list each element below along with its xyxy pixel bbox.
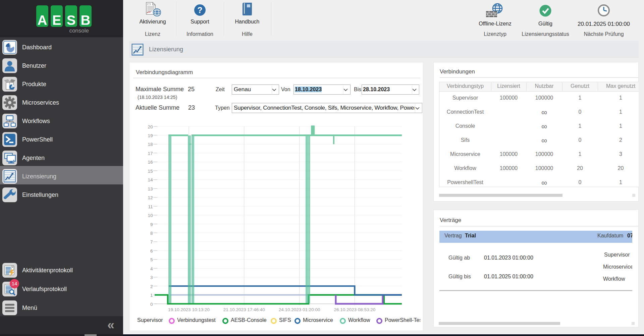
svg-text:19.10.2023 10:13:20: 19.10.2023 10:13:20 [168,307,210,312]
svg-text:26.10.2023 08:53:20: 26.10.2023 08:53:20 [334,307,375,312]
svg-text:13: 13 [148,186,153,191]
svg-text:3: 3 [150,275,153,280]
svg-text:19: 19 [148,133,153,138]
svg-text:4: 4 [150,266,153,271]
svg-text:12: 12 [148,195,153,200]
svg-text:8: 8 [150,231,153,236]
svg-text:17: 17 [148,151,153,156]
svg-text:2: 2 [150,284,153,289]
svg-text:?: ? [197,5,202,15]
svg-text:7: 7 [150,239,153,244]
svg-text:11: 11 [148,204,153,209]
svg-text:18: 18 [148,142,153,147]
svg-text:15: 15 [148,169,153,174]
svg-text:5: 5 [150,257,153,262]
svg-text:16: 16 [148,160,153,165]
svg-text:24.10.2023 01:20:00: 24.10.2023 01:20:00 [279,307,320,312]
svg-text:10: 10 [148,213,153,218]
svg-text:0: 0 [150,302,153,307]
svg-text:1: 1 [150,293,153,298]
svg-text:20: 20 [148,124,153,129]
svg-text:14: 14 [148,177,153,182]
svg-text:6: 6 [150,248,153,254]
svg-text:21.10.2023 17:46:40: 21.10.2023 17:46:40 [223,307,265,312]
svg-text:9: 9 [150,222,153,227]
